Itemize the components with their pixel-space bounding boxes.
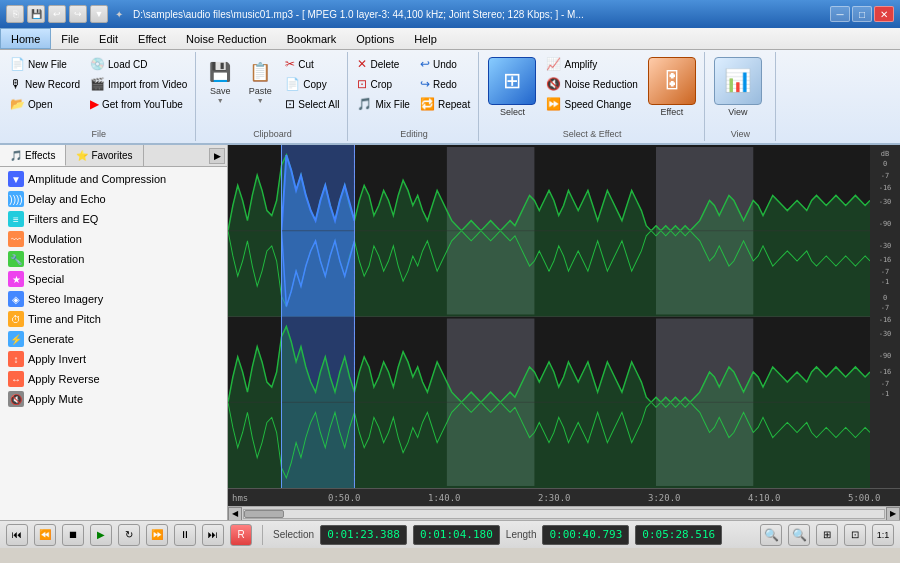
zoom-sel-button[interactable]: ⊡ (844, 524, 866, 546)
favorites-tab-icon: ⭐ (76, 150, 88, 161)
effect-restoration[interactable]: 🔧 Restoration (0, 249, 227, 269)
scroll-track[interactable] (243, 509, 885, 519)
select-effect-group-label: Select & Effect (480, 129, 703, 139)
load-cd-button[interactable]: 💿 Load CD (86, 55, 191, 73)
import-video-button[interactable]: 🎬 Import from Video (86, 75, 191, 93)
youtube-button[interactable]: ▶ Get from YouTube (86, 95, 191, 113)
ribbon-effect-col: 📈 Amplify 🔇 Noise Reduction ⏩ Speed Chan… (542, 55, 641, 127)
stop-button[interactable]: ⏹ (62, 524, 84, 546)
title-bar: ⎘ 💾 ↩ ↪ ▼ ✦ D:\samples\audio files\music… (0, 0, 900, 28)
zoom-in-button[interactable]: 🔍 (760, 524, 782, 546)
zoom-out-button[interactable]: 🔍 (788, 524, 810, 546)
effect-generate[interactable]: ⚡ Generate (0, 329, 227, 349)
amplify-button[interactable]: 📈 Amplify (542, 55, 641, 73)
time-320: 3:20.0 (648, 493, 681, 503)
menu-help[interactable]: Help (404, 28, 447, 49)
menu-file[interactable]: File (51, 28, 89, 49)
ribbon-editing-col1: ✕ Delete ⊡ Crop 🎵 Mix File (353, 55, 413, 127)
time-410: 4:10.0 (748, 493, 781, 503)
menu-options[interactable]: Options (346, 28, 404, 49)
skip-end-button[interactable]: ⏭ (202, 524, 224, 546)
waveform-area[interactable]: dB 0 -7 -16 -30 -90 -30 -16 -7 -1 0 -7 -… (228, 145, 900, 520)
zoom-100-button[interactable]: 1:1 (872, 524, 894, 546)
save-icon: 💾 (206, 58, 234, 86)
effect-apply-mute[interactable]: 🔇 Apply Mute (0, 389, 227, 409)
noise-reduction-button[interactable]: 🔇 Noise Reduction (542, 75, 641, 93)
effect-time-pitch[interactable]: ⏱ Time and Pitch (0, 309, 227, 329)
tab-effects[interactable]: 🎵 Effects (0, 145, 66, 166)
effect-modulation[interactable]: 〰 Modulation (0, 229, 227, 249)
rewind-button[interactable]: ⏪ (34, 524, 56, 546)
menu-edit[interactable]: Edit (89, 28, 128, 49)
scroll-left-btn[interactable]: ◀ (228, 507, 242, 521)
effect-stereo-imagery[interactable]: ◈ Stereo Imagery (0, 289, 227, 309)
speed-change-button[interactable]: ⏩ Speed Change (542, 95, 641, 113)
effect-apply-reverse[interactable]: ↔ Apply Reverse (0, 369, 227, 389)
main-area: 🎵 Effects ⭐ Favorites ▶ ▼ Amplitude and … (0, 145, 900, 520)
close-button[interactable]: ✕ (874, 6, 894, 22)
skip-start-button[interactable]: ⏮ (6, 524, 28, 546)
loop-button[interactable]: ↻ (118, 524, 140, 546)
selection-start-field: 0:01:23.388 (320, 525, 407, 545)
save-button[interactable]: 💾 Save ▼ (201, 55, 239, 107)
fast-forward-button[interactable]: ⏩ (146, 524, 168, 546)
time-ruler: hms 0:50.0 1:40.0 2:30.0 3:20.0 4:10.0 5… (228, 488, 900, 506)
open-button[interactable]: 📂 Open (6, 95, 84, 113)
menu-noise-reduction[interactable]: Noise Reduction (176, 28, 277, 49)
ribbon-group-select-effect: ⊞ Select 📈 Amplify 🔇 Noise Reduction ⏩ S… (480, 52, 704, 141)
view-button[interactable]: 📊 View (710, 55, 766, 119)
load-cd-icon: 💿 (90, 57, 105, 71)
play-button[interactable]: ▶ (90, 524, 112, 546)
effect-delay-echo[interactable]: )))) Delay and Echo (0, 189, 227, 209)
delete-icon: ✕ (357, 57, 367, 71)
apply-invert-icon: ↕ (8, 351, 24, 367)
tb-btn-5[interactable]: ▼ (90, 5, 108, 23)
paste-button[interactable]: 📋 Paste ▼ (241, 55, 279, 107)
maximize-button[interactable]: □ (852, 6, 872, 22)
redo-icon: ↪ (420, 77, 430, 91)
tb-btn-4[interactable]: ↪ (69, 5, 87, 23)
repeat-button[interactable]: 🔁 Repeat (416, 95, 474, 113)
tab-favorites[interactable]: ⭐ Favorites (66, 145, 143, 166)
noise-reduction-icon: 🔇 (546, 77, 561, 91)
mix-file-button[interactable]: 🎵 Mix File (353, 95, 413, 113)
length-field: 0:00:40.793 (542, 525, 629, 545)
effect-filters-eq[interactable]: ≡ Filters and EQ (0, 209, 227, 229)
cut-button[interactable]: ✂ Cut (281, 55, 343, 73)
effects-nav-button[interactable]: ▶ (209, 148, 225, 164)
effect-special[interactable]: ★ Special (0, 269, 227, 289)
record-button[interactable]: R (230, 524, 252, 546)
scroll-right-btn[interactable]: ▶ (886, 507, 900, 521)
tb-btn-3[interactable]: ↩ (48, 5, 66, 23)
mix-file-icon: 🎵 (357, 97, 372, 111)
crop-button[interactable]: ⊡ Crop (353, 75, 413, 93)
menu-effect[interactable]: Effect (128, 28, 176, 49)
editing-group-label: Editing (349, 129, 478, 139)
length-label: Length (506, 529, 537, 540)
waveform-display[interactable] (228, 145, 870, 488)
effect-button[interactable]: 🎛 Effect (644, 55, 700, 119)
effect-apply-invert[interactable]: ↕ Apply Invert (0, 349, 227, 369)
scroll-thumb[interactable] (244, 510, 284, 518)
menu-home[interactable]: Home (0, 28, 51, 49)
effect-amplitude-compression[interactable]: ▼ Amplitude and Compression (0, 169, 227, 189)
tb-btn-2[interactable]: 💾 (27, 5, 45, 23)
amplify-icon: 📈 (546, 57, 561, 71)
tb-btn-1[interactable]: ⎘ (6, 5, 24, 23)
redo-button[interactable]: ↪ Redo (416, 75, 474, 93)
copy-button[interactable]: 📄 Copy (281, 75, 343, 93)
new-file-button[interactable]: 📄 New File (6, 55, 84, 73)
minimize-button[interactable]: ─ (830, 6, 850, 22)
undo-button[interactable]: ↩ Undo (416, 55, 474, 73)
menu-bookmark[interactable]: Bookmark (277, 28, 347, 49)
pause-button[interactable]: ⏸ (174, 524, 196, 546)
ribbon-editing-col2: ↩ Undo ↪ Redo 🔁 Repeat (416, 55, 474, 127)
select-button[interactable]: ⊞ Select (484, 55, 540, 119)
new-record-button[interactable]: 🎙 New Record (6, 75, 84, 93)
select-all-button[interactable]: ⊡ Select All (281, 95, 343, 113)
zoom-fit-button[interactable]: ⊞ (816, 524, 838, 546)
scroll-area[interactable]: ◀ ▶ (228, 506, 900, 520)
effects-tab-icon: 🎵 (10, 150, 22, 161)
delete-button[interactable]: ✕ Delete (353, 55, 413, 73)
ribbon-clipboard-col3: ✂ Cut 📄 Copy ⊡ Select All (281, 55, 343, 127)
